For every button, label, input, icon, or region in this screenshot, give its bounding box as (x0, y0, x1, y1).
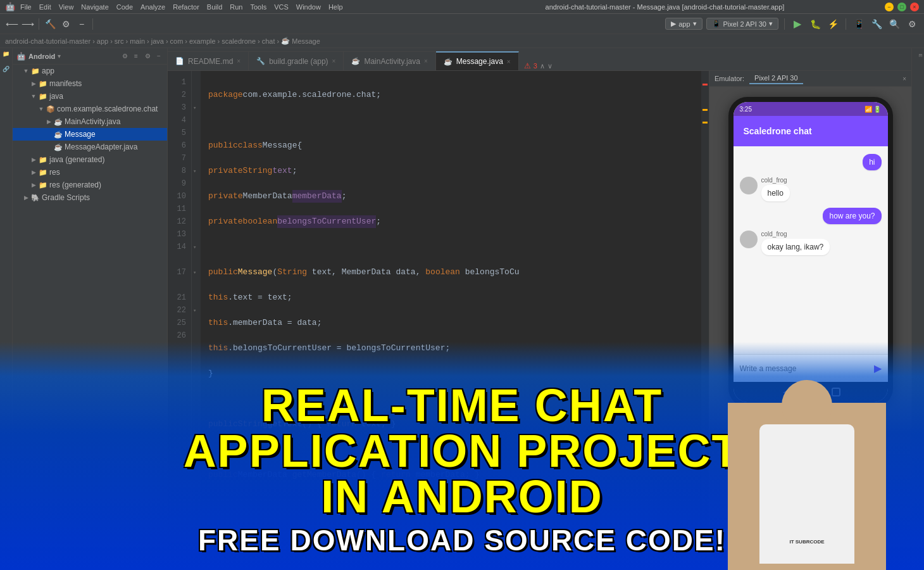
menu-refactor[interactable]: Refactor (173, 3, 199, 11)
kw-public-8: public (208, 266, 238, 279)
bc-java[interactable]: java (151, 37, 164, 45)
gutter-8: ▾ (192, 165, 201, 177)
run-configuration-dropdown[interactable]: ▶ app ▾ (665, 18, 702, 30)
toolbar-minus-btn[interactable]: − (75, 17, 89, 31)
menu-run[interactable]: Run (230, 3, 242, 11)
bc-scaledrone[interactable]: scaledrone (222, 37, 256, 45)
tree-expand-icon[interactable]: ≡ (132, 52, 140, 61)
tree-settings-icon[interactable]: ⚙ (143, 52, 152, 61)
toolbar-build-btn[interactable]: 🔨 (43, 17, 57, 31)
run-button[interactable]: ▶ (790, 17, 804, 31)
bc-message[interactable]: Message (292, 37, 320, 45)
bc-sep9: › (277, 37, 280, 45)
phone-chat-area[interactable]: hi cold_frog hello (734, 146, 888, 354)
menu-navigate[interactable]: Navigate (81, 3, 108, 11)
tab-readme-close[interactable]: × (237, 58, 240, 65)
title-bar-menu[interactable]: File Edit View Navigate Code Analyze Ref… (20, 3, 343, 11)
tabs-bar: 📄 README.md × 🔧 build.gradle (app) × ☕ M… (168, 48, 911, 71)
profile-button[interactable]: ⚡ (826, 17, 840, 31)
emulator-header: Emulator: Pixel 2 API 30 × (709, 71, 911, 87)
tree-minus-icon[interactable]: − (154, 52, 163, 61)
error-count: 3 (534, 62, 537, 70)
menu-view[interactable]: View (59, 3, 74, 11)
tab-build-gradle[interactable]: 🔧 build.gradle (app) × (249, 51, 344, 70)
tab-message[interactable]: ☕ Message.java × (436, 51, 519, 70)
error-mark-1 (702, 84, 708, 86)
right-strip-icon[interactable]: E (913, 51, 923, 61)
app-expand-arrow: ▼ (23, 68, 29, 74)
close-button[interactable]: × (910, 3, 919, 11)
toolbar-forward-btn[interactable]: ⟶ (21, 17, 35, 31)
fold-17[interactable]: ▾ (193, 269, 199, 276)
tree-item-app[interactable]: ▼ 📁 app (13, 65, 167, 77)
fold-3[interactable]: ▾ (193, 104, 199, 111)
tree-gear-icon[interactable]: ⚙ (120, 52, 129, 61)
emulator-close[interactable]: × (902, 75, 906, 82)
sdk-button[interactable]: 🔧 (870, 17, 883, 31)
tab-readme[interactable]: 📄 README.md × (168, 51, 249, 70)
menu-code[interactable]: Code (116, 3, 133, 11)
toolbar-settings-icon[interactable]: ⚙ (59, 17, 73, 31)
window-controls[interactable]: − □ × (885, 3, 919, 11)
toolbar-sep2 (92, 18, 93, 30)
tree-item-java[interactable]: ▼ 📁 java (13, 90, 167, 103)
avd-button[interactable]: 📱 (852, 17, 866, 31)
bc-app[interactable]: app (97, 37, 108, 45)
menu-edit[interactable]: Edit (39, 3, 51, 11)
tree-item-res-gen[interactable]: ▶ 📁 res (generated) (13, 179, 167, 191)
structure-icon[interactable]: 🔗 (1, 66, 11, 76)
emulator-tab-device[interactable]: Pixel 2 API 30 (749, 73, 803, 84)
bc-src[interactable]: src (115, 37, 124, 45)
tab-main-activity-close[interactable]: × (424, 58, 428, 65)
bc-com[interactable]: com (170, 37, 184, 45)
bc-project[interactable]: android-chat-tutorial-master (5, 37, 91, 45)
device-dropdown[interactable]: 📱 Pixel 2 API 30 ▾ (706, 18, 779, 30)
bc-main[interactable]: main (130, 37, 145, 45)
tree-item-res[interactable]: ▶ 📁 res (13, 166, 167, 179)
tree-item-message[interactable]: ☕ Message (13, 128, 167, 141)
phone-time: 3:25 (740, 106, 752, 113)
tab-build-gradle-close[interactable]: × (332, 58, 336, 65)
cls-message: Message (263, 139, 297, 152)
device-label: Pixel 2 API 30 (723, 20, 767, 28)
tree-header-icons[interactable]: ⚙ ≡ ⚙ − (120, 52, 163, 61)
person-image: IT SUBRCODE (728, 361, 886, 570)
fold-8[interactable]: ▾ (193, 168, 199, 174)
tree-item-gradle[interactable]: ▶ 🐘 Gradle Scripts (13, 191, 167, 204)
bc-example[interactable]: example (189, 37, 216, 45)
tree-item-manifests[interactable]: ▶ 📁 manifests (13, 77, 167, 90)
tree-item-mainactivity[interactable]: ▶ ☕ MainActivity.java (13, 115, 167, 128)
toolbar-back-btn[interactable]: ⟵ (5, 17, 19, 31)
java-gen-icon: 📁 (39, 156, 47, 164)
tab-message-close[interactable]: × (507, 58, 511, 65)
maximize-button[interactable]: □ (897, 3, 906, 11)
ln-10: 10 (168, 190, 186, 203)
kw-this-10: this (208, 317, 228, 329)
menu-analyze[interactable]: Analyze (140, 3, 165, 11)
tab-main-activity-label: MainActivity.java (364, 57, 420, 66)
tree-dropdown-arrow[interactable]: ▾ (58, 53, 61, 60)
fold-22[interactable]: ▾ (193, 307, 199, 314)
menu-build[interactable]: Build (207, 3, 222, 11)
tab-main-activity[interactable]: ☕ MainActivity.java × (344, 51, 435, 70)
java-gen-arrow: ▶ (30, 156, 37, 163)
menu-window[interactable]: Window (296, 3, 321, 11)
search-everywhere-button[interactable]: 🔍 (887, 17, 901, 31)
menu-tools[interactable]: Tools (250, 3, 266, 11)
menu-file[interactable]: File (20, 3, 32, 11)
tree-item-java-gen[interactable]: ▶ 📁 java (generated) (13, 153, 167, 166)
menu-help[interactable]: Help (328, 3, 343, 11)
java-folder-icon: 📁 (39, 92, 47, 101)
java-arrow: ▼ (30, 93, 37, 99)
msg-avatar-4 (740, 231, 758, 248)
menu-vcs[interactable]: VCS (274, 3, 289, 11)
tree-item-messageadapter[interactable]: ☕ MessageAdapter.java (13, 141, 167, 153)
ln-14: 14 (168, 241, 186, 253)
tree-item-package[interactable]: ▼ 📦 com.example.scaledrone.chat (13, 103, 167, 115)
project-icon[interactable]: 📁 (1, 51, 11, 61)
fold-14[interactable]: ▾ (193, 244, 199, 250)
settings-button[interactable]: ⚙ (905, 17, 919, 31)
bc-chat[interactable]: chat (262, 37, 275, 45)
minimize-button[interactable]: − (885, 3, 894, 11)
debug-button[interactable]: 🐛 (808, 17, 822, 31)
